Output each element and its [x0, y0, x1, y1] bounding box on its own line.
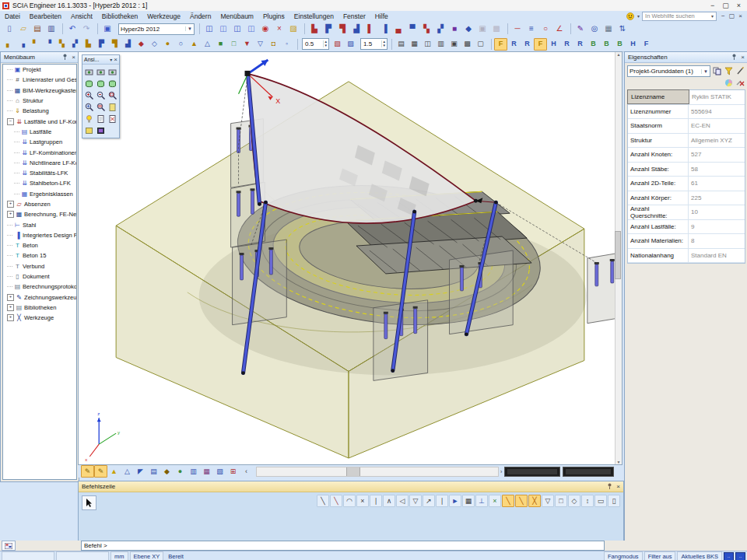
property-value[interactable]: 10	[689, 205, 745, 219]
geometry-toolbar-icon-7[interactable]: ▙	[82, 38, 95, 51]
tree-item-bim-werkzeugkasten[interactable]: ▦BIM-Werkzeugkasten	[3, 86, 76, 96]
property-group-combo[interactable]: Projekt-Grunddaten (1) ▼	[627, 65, 710, 77]
snap-mode-icon-1[interactable]: ╲	[317, 495, 329, 507]
status-more-2[interactable]: ..	[735, 552, 745, 560]
status-more-1[interactable]: ..	[724, 552, 734, 560]
property-row-lizenznummer[interactable]: Lizenznummer555694	[628, 105, 745, 120]
tree-item-lastfälle-und-lf-kombinatic[interactable]: −⇊Lastfälle und LF-Kombinatic	[3, 116, 76, 126]
snap-mode-icon-11[interactable]: ►	[449, 495, 461, 507]
undo-toolbar-icon-2[interactable]: ↷	[79, 23, 93, 36]
render-mode-icon-7[interactable]: R	[573, 38, 587, 51]
structure-toolbar-icon-10[interactable]: ▞	[433, 23, 447, 36]
snap-mode-icon-17[interactable]: ╳	[528, 495, 541, 507]
property-value[interactable]: 527	[689, 148, 745, 162]
scale-toolbar-icon-2[interactable]: ▨	[344, 38, 357, 51]
project-toolbar-icon-4[interactable]: ◫	[244, 23, 258, 36]
close-icon[interactable]: ×	[741, 54, 745, 61]
geometry-toolbar-icon-12[interactable]: ◇	[148, 38, 161, 51]
tree-item-werkzeuge[interactable]: +╳Werkzeuge	[3, 313, 76, 323]
view-control-icon-12[interactable]: ⊞	[226, 465, 240, 478]
snap-mode-icon-6[interactable]: ∧	[383, 495, 395, 507]
palette-icon-cyl-5[interactable]	[96, 79, 107, 89]
close-icon[interactable]: ×	[616, 483, 620, 490]
tree-item-ergebnisklassen[interactable]: ▦Ergebnisklassen	[3, 189, 76, 199]
geometry-toolbar-icon-21[interactable]: ◘	[267, 38, 280, 51]
expand-icon[interactable]: +	[7, 304, 14, 311]
structure-toolbar-icon-5[interactable]: ▌	[363, 23, 377, 36]
pin-icon[interactable]	[731, 54, 737, 61]
tree-item-stahl[interactable]: ⊢Stahl	[3, 219, 76, 229]
structure-toolbar-icon-7[interactable]: ▄	[391, 23, 405, 36]
render-mode-icon-10[interactable]: B	[613, 38, 626, 51]
scale-spinner-1[interactable]: 0.5 ▲▼	[302, 38, 329, 50]
render-mode-icon-8[interactable]: B	[587, 38, 600, 51]
property-value[interactable]: Standard EN	[689, 249, 745, 263]
property-value[interactable]: 555694	[689, 105, 745, 119]
palette-icon-zall-10[interactable]	[84, 102, 95, 113]
snap-mode-icon-10[interactable]: ∣	[436, 495, 448, 507]
command-history-icon[interactable]	[2, 541, 16, 551]
geometry-toolbar-icon-22[interactable]: ◦	[280, 38, 293, 51]
geometry-toolbar-icon-9[interactable]: ▜	[108, 38, 121, 51]
snap-mode-icon-16[interactable]: ╲	[515, 495, 528, 507]
palette-icon-bulb-13[interactable]	[84, 114, 95, 124]
animation-bar-1[interactable]	[504, 467, 560, 477]
snap-mode-icon-4[interactable]: ×	[356, 495, 369, 507]
property-value[interactable]: 225	[689, 191, 745, 205]
web-help-search-input[interactable]: In Webhilfe suchen ▾	[642, 12, 717, 21]
render-mode-icon-1[interactable]: F	[494, 38, 507, 51]
tree-item-lastgruppen[interactable]: ⇊Lastgruppen	[3, 137, 76, 147]
geometry-toolbar-icon-5[interactable]: ▚	[55, 38, 68, 51]
status-unit[interactable]: mm	[110, 551, 128, 560]
tools-toolbar-icon-1[interactable]: ✎	[573, 23, 587, 36]
property-row-anzahl-körper[interactable]: Anzahl Körper:225	[628, 191, 745, 206]
menu-item-fenster[interactable]: Fenster	[338, 12, 370, 20]
tree-item-bibliotheken[interactable]: +▤Bibliotheken	[3, 303, 76, 313]
geometry-toolbar-icon-20[interactable]: ▽	[254, 38, 267, 51]
palette-icon-zin-7[interactable]	[84, 90, 95, 101]
project-toolbar-icon-1[interactable]: ◫	[202, 23, 216, 36]
property-row-nationalanhang[interactable]: NationalanhangStandard EN	[628, 249, 745, 264]
project-toolbar-icon-5[interactable]: ◉	[258, 23, 272, 36]
view-control-icon-1[interactable]: ✎	[81, 465, 94, 478]
menu-item-einstellungen[interactable]: Einstellungen	[289, 12, 338, 20]
palette-icon-cyl-4[interactable]	[84, 79, 95, 89]
geometry-toolbar-icon-17[interactable]: ■	[214, 38, 227, 51]
pin-icon[interactable]	[62, 54, 68, 61]
snap-mode-icon-23[interactable]: ▯	[608, 495, 620, 507]
draw-toolbar-icon-4[interactable]: ∠	[552, 23, 566, 36]
property-row-struktur[interactable]: StrukturAllgemein XYZ	[628, 134, 745, 149]
tree-item-beton-15[interactable]: TBeton 15	[3, 250, 76, 261]
draw-toolbar-icon-2[interactable]: ≡	[524, 23, 538, 36]
property-row-anzahl-lastfälle[interactable]: Anzahl Lastfälle:9	[628, 220, 745, 235]
snap-mode-icon-21[interactable]: ↕	[581, 495, 594, 507]
structure-toolbar-icon-8[interactable]: ▀	[405, 23, 419, 36]
tools-toolbar-icon-2[interactable]: ◎	[587, 23, 601, 36]
tree-item-zeichnungswerkzeuge[interactable]: +✎Zeichnungswerkzeuge	[3, 292, 76, 303]
expand-icon[interactable]: +	[7, 211, 14, 218]
combo-dropdown-icon[interactable]: ▼	[701, 69, 708, 74]
status-filter[interactable]: Filter aus	[644, 551, 676, 560]
geometry-toolbar-icon-10[interactable]: ▟	[121, 38, 135, 51]
close-button[interactable]: ×	[737, 2, 741, 9]
menu-item-plugins[interactable]: Plugins	[258, 12, 289, 20]
geometry-toolbar-icon-4[interactable]: ▝	[42, 38, 55, 51]
property-row-anzahl-knoten[interactable]: Anzahl Knoten:527	[628, 148, 745, 163]
help-smiley-icon[interactable]	[626, 12, 634, 20]
geometry-toolbar-icon-18[interactable]: □	[227, 38, 240, 51]
property-value[interactable]: EC-EN	[689, 119, 745, 133]
tree-item-berechnung-fe-netz[interactable]: +▦Berechnung, FE-Netz	[3, 209, 76, 219]
render-mode-icon-5[interactable]: H	[547, 38, 560, 51]
tree-item-belastung[interactable]: ⇓Belastung	[3, 106, 76, 116]
document-toolbar-icon-6[interactable]: ▩	[461, 38, 474, 51]
combo-dropdown-icon[interactable]: ▼	[185, 26, 192, 31]
view-control-icon-10[interactable]: ▦	[200, 465, 213, 478]
property-row-anzahl-2d-teile[interactable]: Anzahl 2D-Teile:61	[628, 177, 745, 191]
snap-mode-icon-20[interactable]: ◇	[568, 495, 580, 507]
render-mode-icon-2[interactable]: R	[507, 38, 521, 51]
menu-item-hilfe[interactable]: Hilfe	[370, 12, 393, 20]
property-row-staatsnorm[interactable]: StaatsnormEC-EN	[628, 119, 745, 134]
property-row-anzahl-stäbe[interactable]: Anzahl Stäbe:58	[628, 163, 745, 177]
tree-item-stahlbeton-lfk[interactable]: ⇊Stahlbeton-LFK	[3, 178, 76, 188]
geometry-toolbar-icon-14[interactable]: ○	[174, 38, 188, 51]
